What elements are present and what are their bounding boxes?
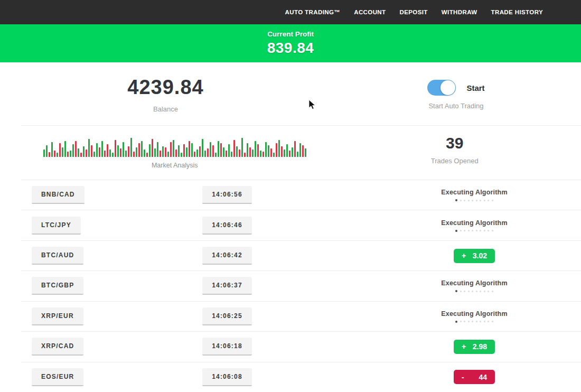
- time-cell: 14:06:08: [158, 368, 296, 386]
- status-executing: Executing Algorithm: [441, 219, 508, 232]
- top-navigation: AUTO TRADING™ACCOUNTDEPOSITWITHDRAWTRADE…: [0, 0, 581, 24]
- candle-bar: [78, 148, 79, 157]
- candle-bar: [226, 151, 227, 157]
- candle-bar: [112, 153, 114, 157]
- status-cell: +3.02: [400, 249, 548, 263]
- candle-bar: [86, 150, 87, 157]
- candle-bar: [220, 143, 222, 157]
- pair-chip: EOS/EUR: [32, 368, 83, 386]
- candle-bar: [194, 152, 195, 157]
- progress-dot: [464, 200, 465, 201]
- pair-chip: XRP/EUR: [32, 307, 83, 325]
- candle-bar: [67, 152, 69, 157]
- candle-bar: [93, 152, 95, 157]
- candle-bar: [62, 147, 63, 157]
- candle-bar: [130, 138, 132, 157]
- candle-bar: [88, 139, 90, 157]
- pair-chip: BNB/CAD: [32, 186, 85, 204]
- trades-opened-value: 39: [446, 134, 463, 152]
- candle-bar: [128, 146, 129, 157]
- current-profit-label: Current Profit: [267, 30, 314, 38]
- auto-trading-toggle[interactable]: [427, 80, 456, 96]
- candle-bar: [255, 141, 256, 157]
- candle-bar: [257, 144, 259, 157]
- candle-bar: [212, 145, 214, 157]
- pair-cell: LTC/JPY: [0, 217, 158, 235]
- candle-bar: [173, 140, 174, 157]
- candle-bar: [43, 150, 45, 157]
- candle-bar: [167, 152, 169, 157]
- nav-item-account[interactable]: ACCOUNT: [354, 9, 386, 15]
- candle-bar: [189, 141, 190, 157]
- candle-bar: [133, 152, 135, 157]
- candle-bar: [138, 143, 140, 157]
- candle-bar: [244, 153, 246, 157]
- progress-dots: [455, 290, 493, 292]
- pair-chip: BTC/GBP: [32, 277, 83, 295]
- progress-dot: [492, 200, 493, 201]
- status-executing: Executing Algorithm: [441, 189, 508, 201]
- candle-bar: [136, 147, 137, 157]
- candle-bar: [107, 144, 108, 157]
- progress-dot: [476, 230, 477, 231]
- candle-bar: [273, 153, 275, 157]
- candle-bar: [178, 145, 180, 157]
- candle-bar: [247, 143, 248, 157]
- time-cell: 14:06:18: [158, 338, 296, 356]
- progress-dots: [455, 321, 493, 323]
- progress-dot: [468, 291, 470, 292]
- progress-dot: [455, 321, 457, 323]
- loss-badge: -44: [454, 370, 495, 384]
- candle-bar: [96, 143, 98, 157]
- candle-bar: [57, 153, 58, 157]
- progress-dot: [460, 291, 462, 292]
- candle-bar: [183, 144, 185, 157]
- time-cell: 14:06:42: [158, 247, 296, 265]
- candle-bar: [125, 151, 127, 157]
- candle-bar: [120, 148, 121, 157]
- time-cell: 14:06:46: [158, 217, 296, 235]
- time-chip: 14:06:18: [202, 338, 252, 356]
- pair-cell: XRP/CAD: [0, 338, 158, 356]
- progress-dot: [464, 230, 465, 231]
- candle-bar: [54, 151, 55, 157]
- badge-sign: +: [462, 342, 466, 351]
- time-cell: 14:06:37: [158, 277, 296, 295]
- stats-section: 4239.84 Balance Start Start Auto Trading: [0, 62, 581, 125]
- candle-bar: [165, 147, 166, 157]
- progress-dot: [488, 200, 489, 201]
- candle-bar: [278, 140, 280, 157]
- candle-bar: [252, 150, 254, 157]
- candle-bar: [152, 139, 153, 157]
- time-cell: 14:06:56: [158, 186, 296, 204]
- candle-bar: [215, 153, 217, 157]
- status-cell: -44: [400, 370, 548, 384]
- progress-dots: [455, 199, 493, 201]
- toggle-knob-icon: [441, 80, 455, 95]
- trade-row: BTC/GBP14:06:37Executing Algorithm: [0, 270, 581, 301]
- trade-row: BTC/AUD14:06:42+3.02: [0, 240, 581, 270]
- progress-dot: [455, 290, 457, 292]
- progress-dot: [460, 230, 462, 231]
- progress-dot: [488, 321, 489, 322]
- candle-bar: [233, 140, 235, 157]
- progress-dot: [480, 230, 481, 231]
- candle-bar: [75, 141, 77, 157]
- candle-bar: [286, 144, 288, 157]
- candle-bar: [297, 152, 298, 157]
- balance-label: Balance: [153, 105, 178, 113]
- profit-badge: +3.02: [454, 249, 495, 263]
- current-profit-banner: Current Profit 839.84: [0, 24, 581, 62]
- candle-bar: [263, 152, 264, 157]
- candle-bar: [64, 141, 66, 157]
- candle-bar: [51, 142, 53, 157]
- nav-item-deposit[interactable]: DEPOSIT: [400, 9, 428, 15]
- nav-item-trade-history[interactable]: TRADE HISTORY: [491, 9, 543, 15]
- candle-bar: [231, 152, 232, 157]
- nav-item-withdraw[interactable]: WITHDRAW: [442, 9, 477, 15]
- progress-dot: [492, 291, 493, 292]
- status-executing-label: Executing Algorithm: [441, 310, 508, 318]
- status-executing-label: Executing Algorithm: [441, 219, 508, 227]
- candle-bar: [276, 143, 277, 157]
- nav-item-auto-trading[interactable]: AUTO TRADING™: [285, 9, 341, 15]
